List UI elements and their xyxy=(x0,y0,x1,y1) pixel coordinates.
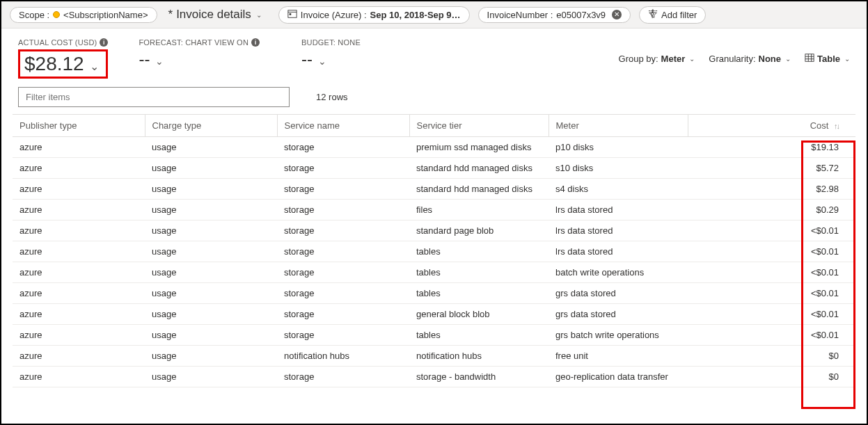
cell-meter: grs batch write operations xyxy=(549,325,688,346)
cell-cost: <$0.01 xyxy=(688,283,855,304)
table-row[interactable]: azureusagestoragepremium ssd managed dis… xyxy=(13,137,855,158)
cell-service: storage xyxy=(277,158,409,179)
table-row[interactable]: azureusagestoragetableslrs data stored<$… xyxy=(13,241,855,262)
chevron-down-icon: ⌄ xyxy=(90,60,99,73)
cell-tier: standard page blob xyxy=(409,220,549,241)
table-row[interactable]: azureusagestoragetablesbatch write opera… xyxy=(13,262,855,283)
chevron-down-icon: ⌄ xyxy=(689,55,695,63)
cell-charge: usage xyxy=(145,220,277,241)
cell-cost: <$0.01 xyxy=(688,241,855,262)
actual-cost-value[interactable]: $28.12 ⌄ xyxy=(24,53,99,75)
cell-cost: $0.29 xyxy=(688,200,855,220)
table-row[interactable]: azureusagestoragetablesgrs batch write o… xyxy=(13,325,855,346)
cell-tier: tables xyxy=(409,325,549,346)
filter-bar: Scope : <SubscriptionName> * Invoice det… xyxy=(1,1,867,29)
groupby-value: Meter xyxy=(661,54,686,64)
calendar-icon xyxy=(287,9,297,21)
col-tier[interactable]: Service tier xyxy=(409,115,549,137)
metrics-row: ACTUAL COST (USD) i $28.12 ⌄ FORECAST: C… xyxy=(1,29,867,84)
groupby-control[interactable]: Group by: Meter ⌄ xyxy=(619,54,695,64)
scope-pill[interactable]: Scope : <SubscriptionName> xyxy=(10,7,157,23)
cell-service: storage xyxy=(277,367,409,387)
table-row[interactable]: azureusagestoragestorage - bandwidthgeo-… xyxy=(13,367,855,387)
cell-tier: general block blob xyxy=(409,304,549,325)
add-filter-button[interactable]: Add filter xyxy=(639,6,706,24)
info-icon[interactable]: i xyxy=(100,38,108,47)
col-charge[interactable]: Charge type xyxy=(145,115,277,137)
cell-publisher: azure xyxy=(13,137,145,158)
info-icon[interactable]: i xyxy=(251,38,260,47)
table-row[interactable]: azureusagestoragestandard hdd managed di… xyxy=(13,158,855,179)
cell-meter: geo-replication data transfer xyxy=(549,367,688,387)
cell-charge: usage xyxy=(145,179,277,200)
col-cost[interactable]: Cost ↑↓ xyxy=(688,115,855,137)
cell-cost: $0 xyxy=(688,346,855,367)
close-icon[interactable]: ✕ xyxy=(612,10,622,19)
chevron-down-icon: ⌄ xyxy=(844,55,850,63)
scope-label: Scope : xyxy=(19,10,49,20)
view-controls: Group by: Meter ⌄ Granularity: None ⌄ Ta… xyxy=(619,53,850,65)
cell-service: storage xyxy=(277,200,409,220)
cell-publisher: azure xyxy=(13,158,145,179)
cell-service: storage xyxy=(277,304,409,325)
cell-meter: s4 disks xyxy=(549,179,688,200)
col-meter[interactable]: Meter xyxy=(549,115,688,137)
cell-charge: usage xyxy=(145,241,277,262)
granularity-label: Granularity: xyxy=(709,54,755,64)
table-row[interactable]: azureusagestoragestandard page bloblrs d… xyxy=(13,220,855,241)
cell-meter: p10 disks xyxy=(549,137,688,158)
budget-block: BUDGET: NONE -- ⌄ xyxy=(301,38,361,69)
cell-tier: premium ssd managed disks xyxy=(409,137,549,158)
cell-meter: lrs data stored xyxy=(549,200,688,220)
cell-charge: usage xyxy=(145,283,277,304)
cell-meter: lrs data stored xyxy=(549,220,688,241)
granularity-value: None xyxy=(759,54,782,64)
cell-tier: standard hdd managed disks xyxy=(409,179,549,200)
granularity-control[interactable]: Granularity: None ⌄ xyxy=(709,54,791,64)
cell-tier: tables xyxy=(409,241,549,262)
groupby-label: Group by: xyxy=(619,54,658,64)
filter-icon xyxy=(648,9,658,21)
cell-charge: usage xyxy=(145,346,277,367)
invoice-range-pill[interactable]: Invoice (Azure) : Sep 10, 2018-Sep 9… xyxy=(278,6,470,24)
cell-cost: $2.98 xyxy=(688,179,855,200)
cell-tier: notification hubs xyxy=(409,346,549,367)
cell-meter: grs data stored xyxy=(549,283,688,304)
table-row[interactable]: azureusagestoragegeneral block blobgrs d… xyxy=(13,304,855,325)
data-table-wrapper: Publisher type Charge type Service name … xyxy=(1,114,867,387)
invoice-number-pill[interactable]: InvoiceNumber : e05007x3v9 ✕ xyxy=(478,7,631,23)
cell-cost: <$0.01 xyxy=(688,304,855,325)
filter-input[interactable] xyxy=(18,87,290,107)
cell-publisher: azure xyxy=(13,283,145,304)
table-row[interactable]: azureusagestoragetablesgrs data stored<$… xyxy=(13,283,855,304)
cell-service: storage xyxy=(277,241,409,262)
add-filter-label: Add filter xyxy=(661,10,697,20)
title-text: Invoice details xyxy=(176,8,251,22)
invoice-range-label: Invoice (Azure) : xyxy=(301,10,367,20)
chevron-down-icon: ⌄ xyxy=(318,56,326,67)
view-title[interactable]: * Invoice details ⌄ xyxy=(166,6,270,24)
cost-table: Publisher type Charge type Service name … xyxy=(13,114,855,387)
cell-charge: usage xyxy=(145,325,277,346)
table-row[interactable]: azureusagenotification hubsnotification … xyxy=(13,346,855,367)
cell-publisher: azure xyxy=(13,262,145,283)
col-service[interactable]: Service name xyxy=(277,115,409,137)
cell-cost: <$0.01 xyxy=(688,325,855,346)
scope-value: <SubscriptionName> xyxy=(63,10,148,20)
cell-publisher: azure xyxy=(13,220,145,241)
forecast-amount: -- xyxy=(139,49,150,69)
cell-service: storage xyxy=(277,283,409,304)
budget-value[interactable]: -- ⌄ xyxy=(301,49,361,69)
cell-tier: standard hdd managed disks xyxy=(409,158,549,179)
cell-publisher: azure xyxy=(13,241,145,262)
cell-meter: free unit xyxy=(549,346,688,367)
table-row[interactable]: azureusagestoragefileslrs data stored$0.… xyxy=(13,200,855,220)
col-publisher[interactable]: Publisher type xyxy=(13,115,145,137)
view-type-control[interactable]: Table ⌄ xyxy=(805,53,850,65)
table-row[interactable]: azureusagestoragestandard hdd managed di… xyxy=(13,179,855,200)
cell-tier: tables xyxy=(409,283,549,304)
cell-service: notification hubs xyxy=(277,346,409,367)
forecast-value[interactable]: -- ⌄ xyxy=(139,49,260,69)
cell-publisher: azure xyxy=(13,179,145,200)
view-type-value: Table xyxy=(817,54,840,64)
